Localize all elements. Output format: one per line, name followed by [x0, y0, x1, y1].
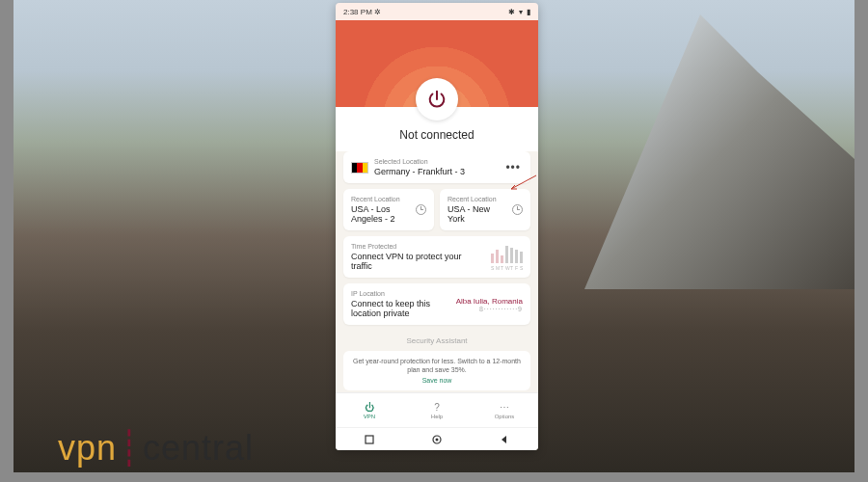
selected-location-text: Selected Location Germany - Frankfurt - … — [374, 158, 498, 176]
recent-2-label: Recent Location — [448, 196, 508, 202]
svg-point-2 — [436, 438, 439, 441]
connect-power-button[interactable] — [416, 78, 458, 120]
bar-sun — [491, 254, 494, 263]
ip-masked: 8············9 — [456, 306, 523, 312]
dnd-icon: ✲ — [374, 8, 381, 16]
bar-wed — [505, 246, 508, 263]
bar-thu — [510, 248, 513, 263]
germany-flag-icon — [351, 162, 368, 174]
watermark-central: central — [143, 428, 254, 468]
ip-location-value: Connect to keep this location private — [351, 299, 448, 318]
ip-location-card[interactable]: IP Location Connect to keep this locatio… — [343, 283, 530, 325]
recent-location-1[interactable]: Recent Location USA - Los Angeles - 2 — [343, 189, 434, 230]
status-time: 2:38 PM — [343, 8, 372, 16]
more-icon: ⋯ — [500, 402, 509, 413]
clock-icon — [416, 204, 426, 215]
more-options-icon[interactable]: ••• — [503, 161, 523, 174]
bar-tue — [501, 255, 503, 263]
recents-button[interactable] — [364, 434, 375, 445]
recent-1-value: USA - Los Angeles - 2 — [351, 204, 412, 224]
recent-1-label: Recent Location — [351, 196, 412, 202]
recent-2-value: USA - New York — [448, 204, 508, 224]
bottom-nav: ⏻ VPN ? Help ⋯ Options — [336, 392, 538, 427]
day-s2: S — [520, 265, 523, 271]
back-button[interactable] — [499, 434, 510, 445]
nav-vpn-label: VPN — [364, 414, 375, 419]
selected-location-label: Selected Location — [374, 158, 498, 165]
watermark-separator-icon: ┊ — [117, 428, 143, 468]
day-s: S — [491, 265, 494, 271]
help-icon: ? — [434, 402, 440, 413]
system-nav-bar — [336, 427, 538, 450]
app-header — [336, 20, 538, 107]
promo-banner[interactable]: Get year-round protection for less. Swit… — [343, 351, 530, 390]
power-icon — [426, 89, 448, 110]
day-m: M — [496, 265, 499, 271]
time-protected-value: Connect VPN to protect your traffic — [351, 252, 483, 271]
svg-rect-0 — [366, 436, 373, 443]
day-f: F — [515, 265, 518, 271]
bar-mon — [496, 250, 499, 263]
connection-status: Not connected — [336, 128, 538, 142]
nav-vpn[interactable]: ⏻ VPN — [336, 393, 403, 427]
selected-location-value: Germany - Frankfurt - 3 — [374, 167, 498, 176]
day-t: T — [501, 265, 503, 271]
security-assistant-link[interactable]: Security Assistant — [343, 331, 530, 351]
bar-fri — [515, 250, 518, 263]
time-protected-chart: S M T W T F S — [491, 244, 523, 271]
recent-location-2[interactable]: Recent Location USA - New York — [440, 189, 530, 230]
ip-location-label: IP Location — [351, 290, 448, 297]
bar-sat — [520, 252, 523, 263]
clock-icon — [512, 204, 523, 215]
recent-locations-row: Recent Location USA - Los Angeles - 2 Re… — [343, 189, 530, 230]
status-right-group: ✱ ▾ ▮ — [508, 8, 530, 16]
nav-help[interactable]: ? Help — [403, 393, 471, 427]
nav-options[interactable]: ⋯ Options — [471, 393, 538, 427]
nav-help-label: Help — [431, 414, 443, 419]
phone-screenshot: 2:38 PM ✲ ✱ ▾ ▮ Not connected Selected L… — [336, 3, 538, 450]
promo-text: Get year-round protection for less. Swit… — [351, 357, 523, 374]
selected-location-card[interactable]: Selected Location Germany - Frankfurt - … — [343, 151, 530, 183]
time-protected-label: Time Protected — [351, 243, 483, 250]
bluetooth-icon: ✱ — [508, 8, 515, 16]
day-t2: T — [510, 265, 513, 271]
site-watermark: vpn┊central — [58, 428, 254, 469]
shield-icon: ⏻ — [365, 402, 374, 413]
status-time-group: 2:38 PM ✲ — [343, 8, 381, 16]
nav-options-label: Options — [495, 414, 515, 419]
ip-city: Alba Iulia, Romania — [456, 297, 523, 306]
status-bar: 2:38 PM ✲ ✱ ▾ ▮ — [336, 3, 538, 20]
day-w: W — [505, 265, 508, 271]
home-button[interactable] — [431, 434, 443, 445]
time-protected-card[interactable]: Time Protected Connect VPN to protect yo… — [343, 236, 530, 278]
main-content: Selected Location Germany - Frankfurt - … — [336, 151, 538, 392]
wifi-icon: ▾ — [519, 8, 523, 16]
watermark-vpn: vpn — [58, 428, 117, 468]
promo-cta[interactable]: Save now — [351, 376, 523, 385]
battery-icon: ▮ — [527, 8, 530, 16]
